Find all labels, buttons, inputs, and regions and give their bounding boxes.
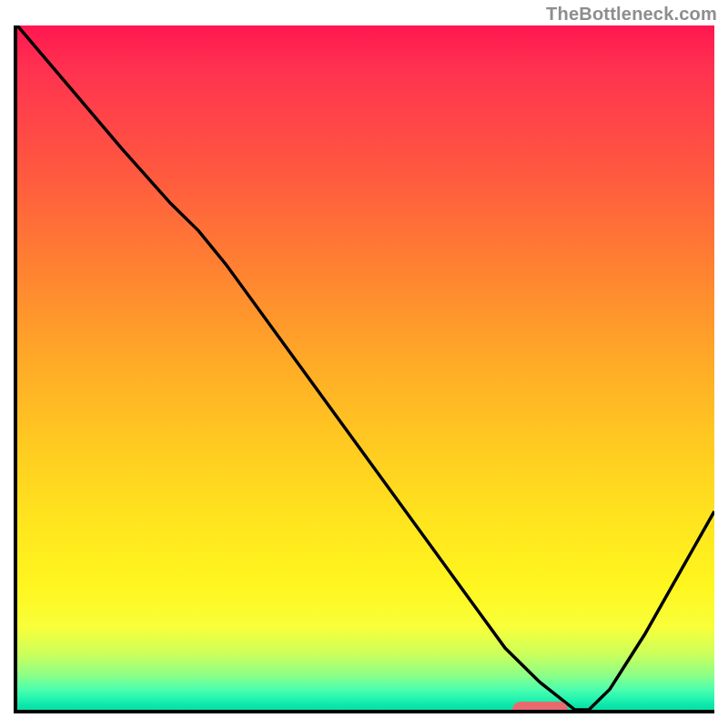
bottleneck-curve bbox=[17, 25, 714, 710]
chart-plot-area bbox=[14, 25, 714, 713]
curve-path bbox=[17, 25, 714, 710]
optimal-marker bbox=[512, 702, 568, 713]
watermark-text: TheBottleneck.com bbox=[546, 4, 717, 25]
